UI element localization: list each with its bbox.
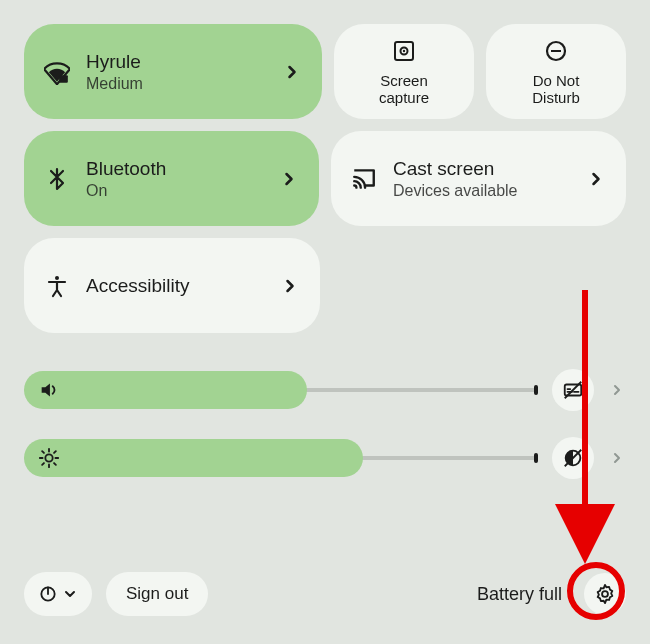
captions-toggle-button[interactable] [552, 369, 594, 411]
accessibility-tile[interactable]: Accessibility [24, 238, 320, 333]
screen-capture-icon [391, 38, 417, 64]
wifi-icon [44, 59, 70, 85]
night-light-toggle-button[interactable] [552, 437, 594, 479]
gear-icon [594, 583, 616, 605]
volume-expand-chevron[interactable] [608, 381, 626, 399]
svg-point-6 [55, 276, 59, 280]
accessibility-icon [44, 273, 70, 299]
volume-icon [38, 379, 60, 401]
svg-line-14 [42, 451, 44, 453]
do-not-disturb-icon [543, 38, 569, 64]
brightness-slider[interactable] [24, 456, 538, 460]
screen-capture-tile[interactable]: Screencapture [334, 24, 474, 119]
brightness-slider-row [24, 437, 626, 479]
cast-title: Cast screen [393, 158, 586, 180]
svg-point-22 [602, 591, 608, 597]
cast-subtitle: Devices available [393, 182, 586, 200]
wifi-title: Hyrule [86, 51, 282, 73]
volume-slider[interactable] [24, 388, 538, 392]
volume-slider-row [24, 369, 626, 411]
power-menu-button[interactable] [24, 572, 92, 616]
bluetooth-subtitle: On [86, 182, 279, 200]
svg-point-9 [45, 454, 52, 461]
brightness-icon [38, 447, 60, 469]
sign-out-button[interactable]: Sign out [106, 572, 208, 616]
svg-line-17 [54, 451, 56, 453]
bluetooth-tile[interactable]: Bluetooth On [24, 131, 319, 226]
do-not-disturb-tile[interactable]: Do NotDisturb [486, 24, 626, 119]
svg-rect-0 [59, 75, 68, 83]
bottom-bar: Sign out Battery full [24, 572, 626, 616]
bluetooth-icon [44, 166, 70, 192]
svg-line-16 [42, 463, 44, 465]
svg-line-15 [54, 463, 56, 465]
settings-button[interactable] [584, 573, 626, 615]
wifi-subtitle: Medium [86, 75, 282, 93]
bluetooth-title: Bluetooth [86, 158, 279, 180]
chevron-right-icon [279, 169, 299, 189]
cast-icon [351, 166, 377, 192]
brightness-expand-chevron[interactable] [608, 449, 626, 467]
chevron-right-icon [280, 276, 300, 296]
accessibility-title: Accessibility [86, 275, 280, 297]
cast-screen-tile[interactable]: Cast screen Devices available [331, 131, 626, 226]
svg-point-3 [403, 49, 405, 51]
wifi-tile[interactable]: Hyrule Medium [24, 24, 322, 119]
chevron-right-icon [282, 62, 302, 82]
chevron-right-icon [586, 169, 606, 189]
battery-status: Battery full [477, 584, 562, 605]
